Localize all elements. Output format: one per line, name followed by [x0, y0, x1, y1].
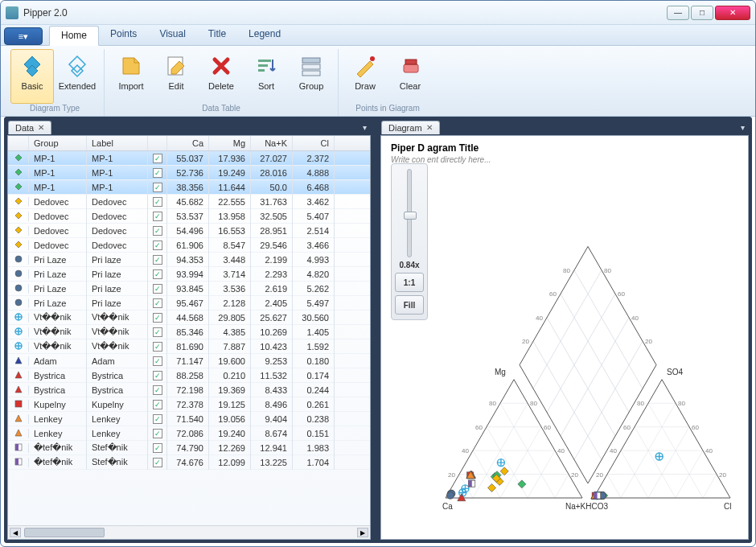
table-row[interactable]: Pri LazePri laze✓94.3533.4482.1994.993	[8, 253, 370, 267]
column-header[interactable]: Label	[87, 136, 148, 150]
checkbox-icon[interactable]: ✓	[153, 356, 162, 366]
table-row[interactable]: �tef�nikStef�nik✓74.67612.09913.2251.704	[8, 455, 370, 470]
column-header[interactable]	[148, 136, 167, 150]
table-row[interactable]: LenkeyLenkey✓72.08619.2408.6740.151	[8, 426, 370, 441]
table-row[interactable]: DedovecDedovec✓53.53713.95832.5055.407	[8, 209, 370, 224]
column-header[interactable]: Na+K	[251, 136, 293, 150]
checkbox-icon[interactable]: ✓	[153, 284, 162, 294]
zoom-11-button[interactable]: 1:1	[395, 273, 424, 292]
marker-cell	[8, 356, 29, 366]
group-cell: �tef�nik	[29, 454, 87, 470]
checkbox-icon[interactable]: ✓	[153, 414, 162, 424]
ribbon-tab-title[interactable]: Title	[197, 25, 237, 45]
diagram-tab[interactable]: Diagram ✕	[381, 121, 440, 134]
checkbox-icon[interactable]: ✓	[153, 154, 162, 163]
edit-button[interactable]: Edit	[154, 49, 198, 104]
table-row[interactable]: MP-1MP-1✓52.73619.24928.0164.888	[8, 166, 370, 180]
scroll-thumb[interactable]	[24, 528, 105, 537]
group-button[interactable]: Group	[290, 49, 333, 104]
checkbox-icon[interactable]: ✓	[153, 197, 162, 207]
close-button[interactable]: ✕	[715, 6, 750, 20]
table-row[interactable]: KupelnyKupelny✓72.37819.1258.4960.261	[8, 397, 370, 412]
draw-button[interactable]: Draw	[343, 49, 387, 104]
table-row[interactable]: Vt��nikVt��nik✓85.3464.38510.2691.405	[8, 325, 370, 339]
svg-marker-20	[15, 241, 22, 248]
checkbox-icon[interactable]: ✓	[153, 443, 162, 453]
table-row[interactable]: Vt��nikVt��nik✓44.56829.80525.62730.560	[8, 311, 370, 325]
checkbox-icon[interactable]: ✓	[153, 458, 162, 467]
checkbox-icon[interactable]: ✓	[153, 313, 162, 323]
table-row[interactable]: LenkeyLenkey✓71.54019.0569.4040.238	[8, 412, 370, 426]
import-button[interactable]: Import	[109, 49, 153, 104]
mg-cell: 17.936	[209, 151, 251, 166]
checkbox-icon[interactable]: ✓	[153, 183, 162, 192]
checkbox-icon[interactable]: ✓	[153, 241, 162, 250]
column-header[interactable]: Mg	[209, 136, 251, 150]
visible-cell: ✓	[148, 252, 167, 267]
ribbon-tab-points[interactable]: Points	[99, 25, 148, 45]
column-header[interactable]: Cl	[293, 136, 335, 150]
pane-options-icon[interactable]: ▾	[363, 123, 370, 132]
marker-icon	[14, 385, 23, 395]
checkbox-icon[interactable]: ✓	[153, 255, 162, 265]
diagram-canvas[interactable]: Piper D agram Title Write con ent direct…	[381, 136, 748, 539]
table-row[interactable]: DedovecDedovec✓45.68222.55531.7633.462	[8, 195, 370, 209]
checkbox-icon[interactable]: ✓	[153, 429, 162, 438]
table-row[interactable]: DedovecDedovec✓54.49616.55328.9512.514	[8, 224, 370, 238]
close-icon[interactable]: ✕	[38, 123, 44, 132]
column-header[interactable]	[8, 136, 29, 150]
maximize-button[interactable]: □	[691, 6, 713, 20]
checkbox-icon[interactable]: ✓	[153, 168, 162, 178]
column-header[interactable]: Group	[29, 136, 87, 150]
data-grid: GroupLabelCaMgNa+KCl MP-1MP-1✓55.03717.9…	[8, 136, 370, 539]
scroll-left-icon[interactable]: ◀	[10, 528, 21, 537]
ribbon-group-diagram-type: BasicExtendedDiagram Type	[6, 49, 105, 116]
checkbox-icon[interactable]: ✓	[153, 385, 162, 395]
zoom-slider[interactable]	[407, 169, 412, 257]
table-row[interactable]: DedovecDedovec✓61.9068.54729.5463.466	[8, 238, 370, 253]
zoom-fill-button[interactable]: Fill	[395, 295, 424, 315]
table-row[interactable]: AdamAdam✓71.14719.6009.2530.180	[8, 354, 370, 368]
checkbox-icon[interactable]: ✓	[153, 371, 162, 380]
checkbox-icon[interactable]: ✓	[153, 226, 162, 236]
extended-button[interactable]: Extended	[55, 49, 99, 104]
close-icon[interactable]: ✕	[426, 123, 433, 132]
cl-cell: 0.174	[293, 368, 335, 383]
basic-button[interactable]: Basic	[10, 49, 54, 104]
checkbox-icon[interactable]: ✓	[153, 269, 162, 279]
column-header[interactable]: Ca	[167, 136, 209, 150]
sort-button[interactable]: Sort	[244, 49, 288, 104]
ribbon-tab-legend[interactable]: Legend	[237, 25, 292, 45]
horizontal-scrollbar[interactable]: ◀ ▶	[8, 525, 370, 539]
marker-cell	[8, 443, 29, 453]
checkbox-icon[interactable]: ✓	[153, 327, 162, 337]
data-tab[interactable]: Data ✕	[8, 121, 51, 134]
clear-button[interactable]: Clear	[388, 49, 432, 104]
marker-icon	[14, 400, 23, 409]
checkbox-icon[interactable]: ✓	[153, 400, 162, 409]
import-label: Import	[118, 81, 143, 91]
table-row[interactable]: BystricaBystrica✓72.19819.3698.4330.244	[8, 383, 370, 397]
ribbon-tab-visual[interactable]: Visual	[148, 25, 196, 45]
checkbox-icon[interactable]: ✓	[153, 342, 162, 352]
checkbox-icon[interactable]: ✓	[153, 298, 162, 308]
table-row[interactable]: Pri LazePri laze✓93.8453.5362.6195.262	[8, 282, 370, 296]
minimize-button[interactable]: —	[667, 6, 689, 20]
marker-cell	[8, 385, 29, 395]
marker-cell	[8, 269, 29, 279]
pane-options-icon[interactable]: ▾	[741, 123, 748, 132]
table-row[interactable]: �tef�nikStef�nik✓74.79012.26912.9411.983	[8, 441, 370, 455]
ribbon-tab-home[interactable]: Home	[49, 26, 99, 46]
file-menu-button[interactable]: ≡▾	[4, 27, 43, 45]
zoom-thumb[interactable]	[404, 212, 417, 220]
table-row[interactable]: MP-1MP-1✓38.35611.64450.06.468	[8, 180, 370, 195]
delete-button[interactable]: Delete	[199, 49, 243, 104]
table-row[interactable]: MP-1MP-1✓55.03717.93627.0272.372	[8, 151, 370, 166]
scroll-right-icon[interactable]: ▶	[357, 528, 368, 537]
checkbox-icon[interactable]: ✓	[153, 212, 162, 221]
table-row[interactable]: BystricaBystrica✓88.2580.21011.5320.174	[8, 368, 370, 383]
table-row[interactable]: Pri LazePri laze✓95.4672.1282.4055.497	[8, 296, 370, 311]
table-row[interactable]: Vt��nikVt��nik✓81.6907.88710.4231.592	[8, 339, 370, 354]
svg-line-76	[533, 270, 602, 389]
table-row[interactable]: Pri LazePri laze✓93.9943.7142.2934.820	[8, 267, 370, 282]
